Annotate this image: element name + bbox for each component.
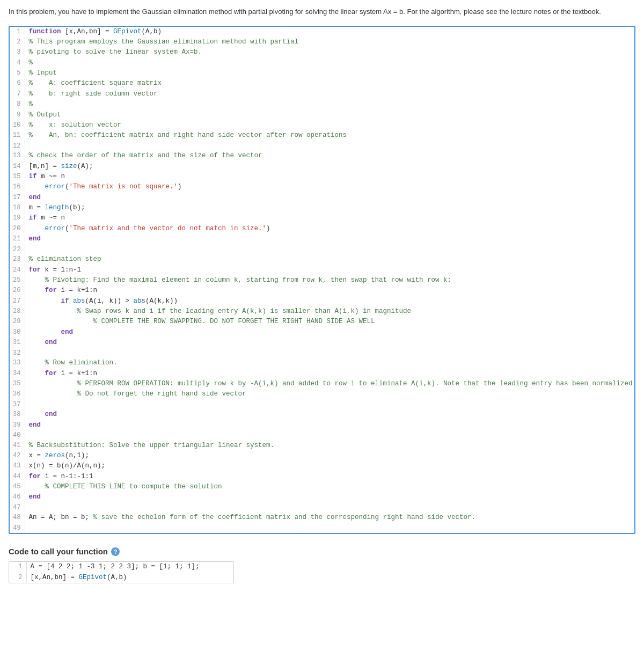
line-code[interactable]: function [x,An,bn] = GEpivot(A,b) <box>25 27 635 37</box>
line-code[interactable]: [m,n] = size(A); <box>25 162 635 172</box>
table-row: 27 if abs(A(i, k)) > abs(A(k,k)) <box>10 296 635 306</box>
line-code[interactable]: An = A; bn = b; % save the echelon form … <box>25 512 635 523</box>
call-function-section-title: Code to call your function ? <box>9 547 635 556</box>
table-row: 1A = [4 2 2; 1 -3 1; 2 2 3]; b = [1; 1; … <box>9 562 233 572</box>
table-row: 15if m ~= n <box>10 172 635 182</box>
table-row: 40 <box>10 430 635 441</box>
line-code[interactable]: [x,An,bn] = GEpivot(A,b) <box>27 573 233 583</box>
line-code[interactable]: % Row elimination. <box>25 358 635 368</box>
line-code[interactable]: x(n) = b(n)/A(n,n); <box>25 461 635 471</box>
line-code[interactable]: % Swap rows k and i if the leading entry… <box>25 306 635 317</box>
line-code[interactable]: x = zeros(n,1); <box>25 451 635 461</box>
line-code[interactable]: % pivoting to solve the linear system Ax… <box>25 47 635 57</box>
line-code[interactable]: % <box>25 58 635 68</box>
line-code[interactable]: end <box>25 234 635 244</box>
line-code[interactable] <box>25 400 635 410</box>
table-row: 43x(n) = b(n)/A(n,n); <box>10 461 635 471</box>
table-row: 47 <box>10 503 635 513</box>
table-row: 29 % COMPLETE THE ROW SWAPPING. DO NOT F… <box>10 317 635 327</box>
table-row: 49 <box>10 523 635 533</box>
table-row: 42x = zeros(n,1); <box>10 451 635 461</box>
line-number: 3 <box>10 47 25 57</box>
table-row: 32 <box>10 348 635 358</box>
table-row: 25 % Pivoting: Find the maximal element … <box>10 275 635 285</box>
line-code[interactable]: error('The matrix and the vector do not … <box>25 224 635 234</box>
line-code[interactable]: end <box>25 338 635 348</box>
table-row: 34 for i = k+1:n <box>10 369 635 379</box>
table-row: 4% <box>10 58 635 68</box>
line-number: 26 <box>10 285 25 296</box>
line-number: 18 <box>10 203 25 213</box>
line-number: 5 <box>10 68 25 78</box>
table-row: 14[m,n] = size(A); <box>10 162 635 172</box>
table-row: 39end <box>10 420 635 430</box>
line-code[interactable]: if m ~= n <box>25 172 635 182</box>
line-number: 12 <box>10 141 25 151</box>
line-number: 1 <box>10 27 25 37</box>
line-code[interactable]: % COMPLETE THIS LINE to compute the solu… <box>25 482 635 492</box>
table-row: 36 % Do not forget the right hand side v… <box>10 389 635 399</box>
help-icon[interactable]: ? <box>111 547 120 556</box>
line-code[interactable] <box>25 245 635 255</box>
line-code[interactable] <box>25 141 635 151</box>
line-code[interactable]: % PERFORM ROW OPERATION: multiply row k … <box>25 379 635 389</box>
line-code[interactable]: % COMPLETE THE ROW SWAPPING. DO NOT FORG… <box>25 317 635 327</box>
line-number: 10 <box>10 120 25 130</box>
line-code[interactable]: end <box>25 420 635 430</box>
line-code[interactable]: % x: solution vector <box>25 120 635 130</box>
line-number: 25 <box>10 275 25 285</box>
line-code[interactable]: end <box>25 327 635 338</box>
line-code[interactable]: end <box>25 492 635 502</box>
line-code[interactable]: % Output <box>25 110 635 120</box>
line-number: 19 <box>10 213 25 223</box>
line-number: 4 <box>10 58 25 68</box>
table-row: 37 <box>10 400 635 410</box>
table-row: 45 % COMPLETE THIS LINE to compute the s… <box>10 482 635 492</box>
line-code[interactable]: if abs(A(i, k)) > abs(A(k,k)) <box>25 296 635 306</box>
line-code[interactable]: A = [4 2 2; 1 -3 1; 2 2 3]; b = [1; 1; 1… <box>27 562 233 572</box>
table-row: 13% check the order of the matrix and th… <box>10 151 635 161</box>
table-row: 44for i = n-1:-1:1 <box>10 472 635 482</box>
line-number: 2 <box>9 573 27 583</box>
line-number: 47 <box>10 503 25 513</box>
line-code[interactable]: for i = n-1:-1:1 <box>25 472 635 482</box>
line-number: 40 <box>10 430 25 441</box>
line-code[interactable]: % b: right side column vector <box>25 89 635 99</box>
line-number: 32 <box>10 348 25 358</box>
line-code[interactable]: error('The matrix is not square.') <box>25 182 635 192</box>
line-code[interactable]: % This program employs the Gaussian elim… <box>25 37 635 47</box>
line-number: 41 <box>10 441 25 451</box>
line-code[interactable] <box>25 523 635 533</box>
line-code[interactable]: for i = k+1:n <box>25 285 635 296</box>
table-row: 19if m ~= n <box>10 213 635 223</box>
line-code[interactable]: end <box>25 193 635 203</box>
line-code[interactable]: % elimination step <box>25 254 635 265</box>
code-editor[interactable]: 1function [x,An,bn] = GEpivot(A,b)2% Thi… <box>9 26 635 534</box>
table-row: 24for k = 1:n-1 <box>10 265 635 275</box>
line-code[interactable] <box>25 430 635 441</box>
line-code[interactable]: % Input <box>25 68 635 78</box>
line-number: 20 <box>10 224 25 234</box>
line-code[interactable]: % A: coefficient square matrix <box>25 78 635 89</box>
line-code[interactable]: if m ~= n <box>25 213 635 223</box>
line-code[interactable]: % check the order of the matrix and the … <box>25 151 635 161</box>
line-code[interactable]: end <box>25 409 635 420</box>
line-number: 30 <box>10 327 25 338</box>
table-row: 7% b: right side column vector <box>10 89 635 99</box>
line-code[interactable]: % <box>25 99 635 109</box>
line-code[interactable]: for i = k+1:n <box>25 369 635 379</box>
line-code[interactable]: for k = 1:n-1 <box>25 265 635 275</box>
call-code-editor[interactable]: 1A = [4 2 2; 1 -3 1; 2 2 3]; b = [1; 1; … <box>9 561 234 583</box>
line-number: 1 <box>9 562 27 572</box>
line-number: 7 <box>10 89 25 99</box>
line-code[interactable]: % Do not forget the right hand side vect… <box>25 389 635 399</box>
line-code[interactable]: m = length(b); <box>25 203 635 213</box>
table-row: 6% A: coefficient square matrix <box>10 78 635 89</box>
line-code[interactable] <box>25 503 635 513</box>
line-code[interactable]: % Pivoting: Find the maximal element in … <box>25 275 635 285</box>
line-code[interactable]: % Backsubstitution: Solve the upper tria… <box>25 441 635 451</box>
line-code[interactable]: % An, bn: coefficient matrix and right h… <box>25 130 635 141</box>
line-number: 11 <box>10 130 25 141</box>
table-row: 12 <box>10 141 635 151</box>
line-code[interactable] <box>25 348 635 358</box>
